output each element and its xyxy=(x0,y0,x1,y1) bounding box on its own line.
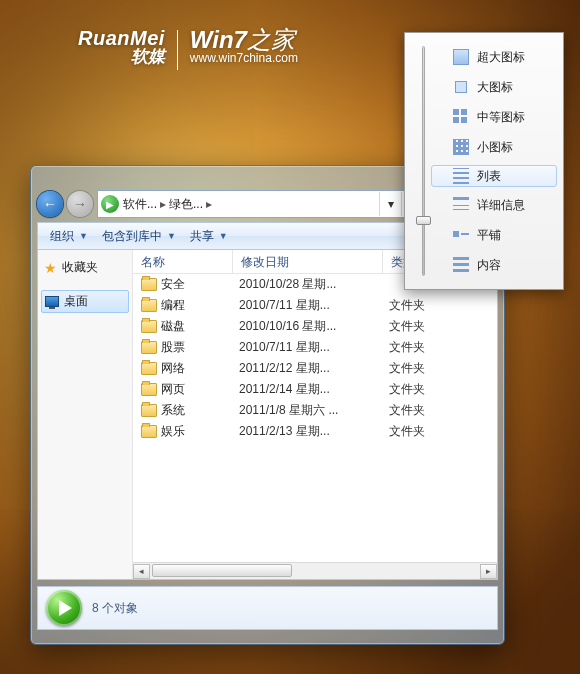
file-type: 文件夹 xyxy=(389,423,425,440)
file-type: 文件夹 xyxy=(389,318,425,335)
medium-icons-icon xyxy=(453,109,469,125)
file-type: 文件夹 xyxy=(389,381,425,398)
file-type: 文件夹 xyxy=(389,360,425,377)
navigation-pane: ★收藏夹 桌面 xyxy=(38,250,133,579)
watermark-brand-cn: 软媒 xyxy=(78,48,165,65)
folder-icon xyxy=(141,341,157,354)
organize-button[interactable]: 组织▼ xyxy=(44,226,94,247)
file-name: 系统 xyxy=(161,402,239,419)
view-list[interactable]: 列表 xyxy=(431,165,557,187)
view-options-menu: 超大图标 大图标 中等图标 小图标 列表 详细信息 平铺 内容 xyxy=(404,32,564,290)
monitor-icon xyxy=(45,296,59,307)
file-name: 股票 xyxy=(161,339,239,356)
view-medium-icons[interactable]: 中等图标 xyxy=(431,105,557,129)
large-icons-icon xyxy=(453,79,469,95)
include-in-library-button[interactable]: 包含到库中▼ xyxy=(96,226,182,247)
view-large-icons[interactable]: 大图标 xyxy=(431,75,557,99)
chevron-down-icon: ▼ xyxy=(167,231,176,241)
go-icon: ▶ xyxy=(101,195,119,213)
table-row[interactable]: 编程2010/7/11 星期...文件夹 xyxy=(133,295,497,316)
arrow-right-icon: → xyxy=(73,196,87,212)
folder-icon xyxy=(141,383,157,396)
extra-large-icons-icon xyxy=(453,49,469,65)
column-name[interactable]: 名称 xyxy=(133,250,233,273)
play-button[interactable] xyxy=(46,590,82,626)
content-icon xyxy=(453,257,469,273)
file-name: 编程 xyxy=(161,297,239,314)
watermark-site-url: www.win7china.com xyxy=(190,52,298,64)
status-text: 8 个对象 xyxy=(92,600,138,617)
scroll-right-button[interactable]: ▸ xyxy=(480,564,497,579)
slider-track[interactable] xyxy=(422,46,425,276)
folder-icon xyxy=(141,425,157,438)
chevron-down-icon: ▼ xyxy=(219,231,228,241)
file-type: 文件夹 xyxy=(389,339,425,356)
file-date: 2011/2/12 星期... xyxy=(239,360,389,377)
watermark-divider xyxy=(177,30,178,70)
file-date: 2011/1/8 星期六 ... xyxy=(239,402,389,419)
favorites-group[interactable]: ★收藏夹 xyxy=(38,256,132,279)
desktop-item[interactable]: 桌面 xyxy=(41,290,129,313)
file-date: 2010/7/11 星期... xyxy=(239,297,389,314)
file-name: 磁盘 xyxy=(161,318,239,335)
address-bar[interactable]: ▶ 软件... ▸ 绿色... ▸ ▾ ↻ xyxy=(97,190,424,218)
watermark: RuanMei 软媒 Win7之家 www.win7china.com xyxy=(78,28,298,70)
nav-back-button[interactable]: ← xyxy=(37,191,63,217)
file-name: 网页 xyxy=(161,381,239,398)
file-type: 文件夹 xyxy=(389,402,425,419)
address-dropdown-button[interactable]: ▾ xyxy=(379,192,401,216)
status-bar: 8 个对象 xyxy=(37,586,498,630)
breadcrumb-1[interactable]: 软件... xyxy=(123,196,157,213)
file-list-area: 名称 修改日期 类型 安全2010/10/28 星期...编程2010/7/11… xyxy=(133,250,497,579)
column-date[interactable]: 修改日期 xyxy=(233,250,383,273)
file-date: 2010/10/16 星期... xyxy=(239,318,389,335)
chevron-right-icon[interactable]: ▸ xyxy=(157,197,169,211)
horizontal-scrollbar[interactable]: ◂ ▸ xyxy=(133,562,497,579)
scroll-thumb[interactable] xyxy=(152,564,292,577)
table-row[interactable]: 网络2011/2/12 星期...文件夹 xyxy=(133,358,497,379)
play-icon xyxy=(59,600,72,616)
file-name: 安全 xyxy=(161,276,239,293)
view-tiles[interactable]: 平铺 xyxy=(431,223,557,247)
file-name: 娱乐 xyxy=(161,423,239,440)
view-slider[interactable] xyxy=(410,38,426,284)
scroll-track[interactable] xyxy=(150,564,480,579)
file-date: 2011/2/13 星期... xyxy=(239,423,389,440)
explorer-body: ★收藏夹 桌面 名称 修改日期 类型 安全2010/10/28 星期...编程2… xyxy=(37,250,498,580)
file-date: 2010/7/11 星期... xyxy=(239,339,389,356)
folder-icon xyxy=(141,320,157,333)
table-row[interactable]: 股票2010/7/11 星期...文件夹 xyxy=(133,337,497,358)
file-date: 2010/10/28 星期... xyxy=(239,276,389,293)
arrow-left-icon: ← xyxy=(43,196,57,212)
table-row[interactable]: 系统2011/1/8 星期六 ...文件夹 xyxy=(133,400,497,421)
details-icon xyxy=(453,197,469,213)
chevron-down-icon: ▼ xyxy=(79,231,88,241)
view-extra-large-icons[interactable]: 超大图标 xyxy=(431,45,557,69)
tiles-icon xyxy=(453,227,469,243)
small-icons-icon xyxy=(453,139,469,155)
scroll-left-button[interactable]: ◂ xyxy=(133,564,150,579)
view-small-icons[interactable]: 小图标 xyxy=(431,135,557,159)
table-row[interactable]: 娱乐2011/2/13 星期...文件夹 xyxy=(133,421,497,442)
file-type: 文件夹 xyxy=(389,297,425,314)
breadcrumb-2[interactable]: 绿色... xyxy=(169,196,203,213)
star-icon: ★ xyxy=(44,260,57,276)
file-name: 网络 xyxy=(161,360,239,377)
table-row[interactable]: 网页2011/2/14 星期...文件夹 xyxy=(133,379,497,400)
file-rows: 安全2010/10/28 星期...编程2010/7/11 星期...文件夹磁盘… xyxy=(133,274,497,442)
view-content[interactable]: 内容 xyxy=(431,253,557,277)
folder-icon xyxy=(141,404,157,417)
chevron-right-icon[interactable]: ▸ xyxy=(203,197,215,211)
folder-icon xyxy=(141,278,157,291)
nav-forward-button: → xyxy=(67,191,93,217)
slider-thumb[interactable] xyxy=(416,216,431,225)
watermark-site-title: Win7之家 xyxy=(190,28,298,52)
folder-icon xyxy=(141,299,157,312)
share-button[interactable]: 共享▼ xyxy=(184,226,234,247)
watermark-brand-en: RuanMei xyxy=(78,28,165,48)
table-row[interactable]: 磁盘2010/10/16 星期...文件夹 xyxy=(133,316,497,337)
folder-icon xyxy=(141,362,157,375)
view-details[interactable]: 详细信息 xyxy=(431,193,557,217)
file-date: 2011/2/14 星期... xyxy=(239,381,389,398)
list-icon xyxy=(453,168,469,184)
